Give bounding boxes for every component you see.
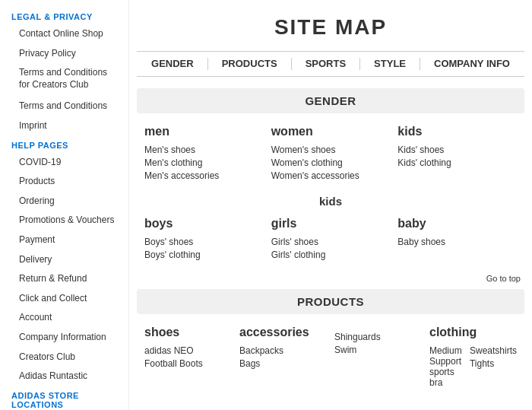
- clothing-title: clothing: [429, 326, 517, 339]
- sidebar-item-imprint[interactable]: Imprint: [0, 116, 128, 136]
- gender-grid: men Men's shoes Men's clothing Men's acc…: [137, 125, 524, 183]
- womens-accessories[interactable]: Women's accessories: [271, 170, 391, 181]
- gender-col-kids: kids Kids' shoes Kids' clothing: [397, 125, 517, 183]
- kids-clothing[interactable]: Kids' clothing: [397, 157, 517, 168]
- sidebar-item-covid[interactable]: COVID-19: [0, 153, 128, 173]
- nav-gender[interactable]: GENDER: [138, 58, 208, 70]
- accessories-title: accessories: [239, 326, 327, 339]
- boys-title: boys: [144, 217, 264, 230]
- kids-sub-title: kids: [137, 195, 524, 208]
- swim[interactable]: Swim: [334, 345, 422, 355]
- products-col-accessories: accessories Backpacks Bags: [239, 326, 327, 390]
- boys-clothing[interactable]: Boys' clothing: [144, 249, 264, 260]
- backpacks[interactable]: Backpacks: [239, 345, 327, 356]
- kids-title: kids: [397, 125, 517, 138]
- womens-clothing[interactable]: Women's clothing: [271, 157, 391, 168]
- mens-accessories[interactable]: Men's accessories: [144, 170, 264, 181]
- men-title: men: [144, 125, 264, 138]
- sidebar-item-delivery[interactable]: Delivery: [0, 250, 128, 270]
- tights[interactable]: Tights: [470, 358, 517, 369]
- shoes-title: shoes: [144, 326, 232, 339]
- main-content: SITE MAP GENDER PRODUCTS SPORTS STYLE CO…: [129, 0, 532, 410]
- products-grid: shoes adidas NEO Football Boots accessor…: [137, 326, 524, 390]
- top-nav: GENDER PRODUCTS SPORTS STYLE COMPANY INF…: [137, 51, 524, 77]
- kids-shoes[interactable]: Kids' shoes: [397, 145, 517, 155]
- nav-company-info[interactable]: COMPANY INFO: [420, 58, 524, 70]
- page-title: SITE MAP: [137, 0, 524, 51]
- football-boots[interactable]: Football Boots: [144, 358, 232, 369]
- sidebar-item-payment[interactable]: Payment: [0, 230, 128, 250]
- baby-shoes[interactable]: Baby shoes: [397, 237, 517, 247]
- products-col-other: Shinguards Swim: [334, 326, 422, 390]
- sidebar-item-account[interactable]: Account: [0, 308, 128, 328]
- women-title: women: [271, 125, 391, 138]
- sidebar-item-adidas-runtastic[interactable]: Adidas Runtastic: [0, 367, 128, 386]
- sidebar-item-products[interactable]: Products: [0, 172, 128, 192]
- nav-sports[interactable]: SPORTS: [292, 58, 360, 70]
- sweatshirts[interactable]: Sweatshirts: [470, 345, 517, 356]
- products-section-label: PRODUCTS: [137, 289, 524, 314]
- sidebar-item-promotions[interactable]: Promotions & Vouchers: [0, 211, 128, 230]
- sidebar: LEGAL & PRIVACY Contact Online Shop Priv…: [0, 0, 129, 410]
- sidebar-store-locations-title: ADIDAS STORE LOCATIONS: [0, 386, 128, 410]
- girls-title: girls: [271, 217, 391, 230]
- sidebar-help-pages-title: Help Pages: [0, 136, 128, 153]
- products-col-clothing: clothing Medium Support sports bra Sweat…: [429, 326, 517, 390]
- kids-sub-grid: boys Boys' shoes Boys' clothing girls Gi…: [137, 217, 524, 262]
- girls-shoes[interactable]: Girls' shoes: [271, 237, 391, 247]
- nav-products[interactable]: PRODUCTS: [208, 58, 292, 70]
- gender-section-label: GENDER: [137, 88, 524, 113]
- go-to-top[interactable]: Go to top: [137, 274, 524, 283]
- sidebar-item-ordering[interactable]: Ordering: [0, 192, 128, 211]
- nav-style[interactable]: STYLE: [360, 58, 420, 70]
- sidebar-legal-privacy-title: LEGAL & PRIVACY: [0, 8, 128, 24]
- womens-shoes[interactable]: Women's shoes: [271, 145, 391, 155]
- sidebar-item-privacy[interactable]: Privacy Policy: [0, 44, 128, 64]
- medium-support-sports-bra[interactable]: Medium Support sports bra: [429, 345, 462, 388]
- bags[interactable]: Bags: [239, 358, 327, 369]
- kids-col-girls: girls Girls' shoes Girls' clothing: [271, 217, 391, 262]
- sidebar-item-return[interactable]: Return & Refund: [0, 269, 128, 289]
- sidebar-item-click-collect[interactable]: Click and Collect: [0, 289, 128, 309]
- sidebar-item-contact[interactable]: Contact Online Shop: [0, 24, 128, 44]
- kids-col-baby: baby Baby shoes: [397, 217, 517, 262]
- girls-clothing[interactable]: Girls' clothing: [271, 249, 391, 260]
- mens-shoes[interactable]: Men's shoes: [144, 145, 264, 155]
- products-col-shoes: shoes adidas NEO Football Boots: [144, 326, 232, 390]
- mens-clothing[interactable]: Men's clothing: [144, 157, 264, 168]
- kids-col-boys: boys Boys' shoes Boys' clothing: [144, 217, 264, 262]
- boys-shoes[interactable]: Boys' shoes: [144, 237, 264, 247]
- shinguards[interactable]: Shinguards: [334, 332, 422, 342]
- sidebar-item-terms[interactable]: Terms and Conditions: [0, 97, 128, 116]
- adidas-neo[interactable]: adidas NEO: [144, 345, 232, 356]
- sidebar-item-terms-creators[interactable]: Terms and Conditions for Creators Club: [0, 63, 128, 94]
- sidebar-item-company-info[interactable]: Company Information: [0, 328, 128, 348]
- baby-title: baby: [397, 217, 517, 230]
- gender-col-women: women Women's shoes Women's clothing Wom…: [271, 125, 391, 183]
- sidebar-item-creators-club[interactable]: Creators Club: [0, 348, 128, 367]
- gender-col-men: men Men's shoes Men's clothing Men's acc…: [144, 125, 264, 183]
